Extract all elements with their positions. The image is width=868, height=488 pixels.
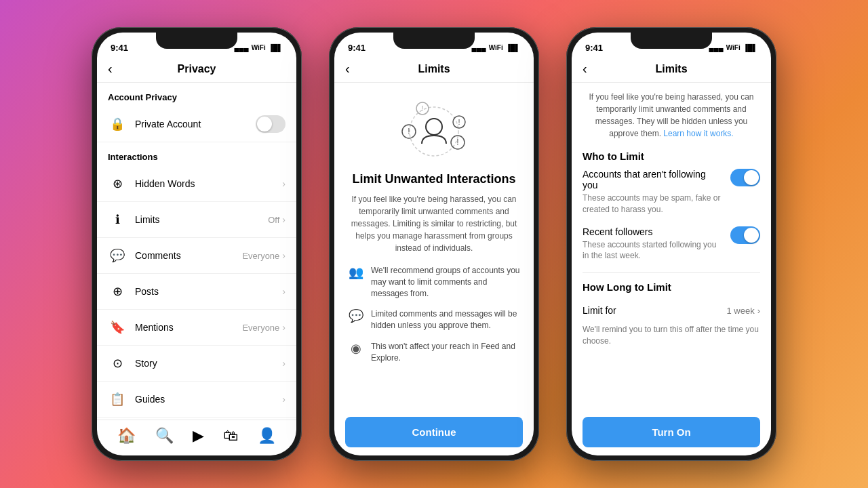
limit-for-value-text: 1 week — [726, 306, 754, 316]
limits-icon: ℹ — [108, 210, 127, 229]
back-button-1[interactable]: ‹ — [108, 61, 124, 77]
nav-title-1: Privacy — [124, 63, 269, 75]
wifi-icon: WiFi — [252, 44, 266, 52]
guides-item[interactable]: 📋 Guides › — [97, 382, 296, 418]
story-icon: ⊙ — [108, 354, 127, 373]
limits-features: 👥 We'll recommend groups of accounts you… — [348, 265, 520, 409]
comments-icon: 💬 — [108, 246, 127, 265]
feature-text-2: Limited comments and messages will be hi… — [371, 308, 520, 331]
signal-icon-3: ▄▄▄ — [709, 44, 723, 52]
who-to-limit-title: Who to Limit — [583, 150, 760, 162]
not-following-toggle[interactable] — [730, 169, 760, 186]
nav-bar-1: ‹ Privacy — [97, 57, 296, 83]
feature-icon-2: 💬 — [348, 308, 364, 323]
feature-icon-3: ◉ — [348, 341, 364, 356]
mentions-chevron: › — [282, 322, 285, 333]
back-button-2[interactable]: ‹ — [345, 61, 361, 77]
recent-followers-info: Recent followers These accounts started … — [583, 226, 724, 262]
comments-chevron: › — [282, 250, 285, 261]
not-following-label: Accounts that aren't following you — [583, 169, 724, 190]
limit-for-value[interactable]: 1 week › — [726, 306, 760, 316]
screen-content-3: If you feel like you're being harassed, … — [572, 83, 771, 455]
phone-3: 9:41 ▄▄▄ WiFi ▐█▌ ‹ Limits If you feel l… — [566, 27, 776, 461]
time-3: 9:41 — [585, 43, 603, 53]
search-tab-icon[interactable]: 🔍 — [155, 427, 174, 445]
limit-for-label: Limit for — [583, 305, 616, 316]
limits-illustration: ! ! ! ! — [390, 96, 478, 164]
limits-label: Limits — [135, 214, 268, 225]
screen-content-2: ! ! ! ! Limit Unwanted Interactions If y… — [334, 83, 534, 455]
limits-intro-content: ! ! ! ! Limit Unwanted Interactions If y… — [334, 83, 534, 409]
recent-followers-desc: These accounts started following you in … — [583, 239, 724, 262]
comments-label: Comments — [135, 250, 242, 261]
private-account-item[interactable]: 🔒 Private Account — [97, 106, 296, 142]
posts-item[interactable]: ⊕ Posts › — [97, 274, 296, 310]
limits-settings: If you feel like you're being harassed, … — [572, 83, 771, 409]
wifi-icon-2: WiFi — [489, 44, 503, 52]
feature-item-3: ◉ This won't affect your reach in Feed a… — [348, 341, 520, 364]
nav-bar-3: ‹ Limits — [572, 57, 771, 83]
limit-reminder: We'll remind you to turn this off after … — [583, 324, 760, 347]
privacy-list: Account Privacy 🔒 Private Account Intera… — [97, 83, 296, 420]
limits-chevron: › — [282, 214, 285, 225]
recent-followers-toggle[interactable] — [730, 226, 760, 244]
feature-text-1: We'll recommend groups of accounts you m… — [371, 265, 520, 299]
nav-bar-2: ‹ Limits — [334, 57, 534, 83]
signal-icon-2: ▄▄▄ — [471, 44, 486, 52]
guides-chevron: › — [282, 394, 285, 405]
battery-icon: ▐█▌ — [269, 44, 283, 52]
tab-bar-1: 🏠 🔍 ▶ 🛍 👤 — [97, 420, 296, 455]
limits-item[interactable]: ℹ Limits Off › — [97, 202, 296, 238]
hidden-words-chevron: › — [282, 178, 285, 189]
nav-title-2: Limits — [361, 63, 507, 75]
limit-for-row[interactable]: Limit for 1 week › — [583, 300, 760, 321]
illustration-svg: ! ! ! ! — [390, 96, 478, 164]
hidden-words-item[interactable]: ⊛ Hidden Words › — [97, 166, 296, 202]
limits-description: If you feel like you're being harassed, … — [348, 193, 520, 254]
svg-text:!: ! — [421, 104, 423, 113]
svg-text:!: ! — [456, 138, 458, 147]
not-following-info: Accounts that aren't following you These… — [583, 169, 724, 216]
story-item[interactable]: ⊙ Story › — [97, 346, 296, 382]
status-icons-2: ▄▄▄ WiFi ▐█▌ — [471, 44, 520, 52]
feature-icon-1: 👥 — [348, 265, 364, 280]
nav-title-3: Limits — [599, 63, 744, 75]
svg-point-0 — [410, 107, 458, 156]
reels-tab-icon[interactable]: ▶ — [193, 427, 204, 445]
lock-icon: 🔒 — [108, 115, 127, 134]
private-account-toggle[interactable] — [256, 115, 285, 133]
recent-followers-row: Recent followers These accounts started … — [583, 226, 760, 262]
mentions-value: Everyone — [242, 323, 279, 333]
phone-1: 9:41 ▄▄▄ WiFi ▐█▌ ‹ Privacy Account Priv… — [92, 27, 302, 461]
shop-tab-icon[interactable]: 🛍 — [223, 427, 238, 445]
feature-item-2: 💬 Limited comments and messages will be … — [348, 308, 520, 331]
posts-label: Posts — [135, 286, 282, 297]
notch-2 — [393, 33, 475, 49]
home-tab-icon[interactable]: 🏠 — [117, 427, 136, 445]
hidden-words-label: Hidden Words — [135, 178, 282, 189]
profile-tab-icon[interactable]: 👤 — [258, 427, 276, 445]
phone-2: 9:41 ▄▄▄ WiFi ▐█▌ ‹ Limits — [329, 27, 539, 461]
turn-on-button[interactable]: Turn On — [583, 417, 760, 447]
wifi-icon-3: WiFi — [726, 44, 741, 52]
limits-title: Limit Unwanted Interactions — [352, 172, 515, 186]
limit-for-chevron: › — [757, 306, 760, 316]
signal-icon: ▄▄▄ — [234, 44, 248, 52]
private-account-label: Private Account — [135, 119, 256, 129]
learn-link[interactable]: Learn how it works. — [663, 129, 733, 138]
mentions-icon: 🔖 — [108, 318, 127, 337]
posts-chevron: › — [282, 286, 285, 297]
time-2: 9:41 — [348, 43, 366, 53]
comments-item[interactable]: 💬 Comments Everyone › — [97, 238, 296, 274]
comments-value: Everyone — [242, 251, 279, 261]
mentions-item[interactable]: 🔖 Mentions Everyone › — [97, 310, 296, 346]
mentions-label: Mentions — [135, 322, 242, 333]
continue-button[interactable]: Continue — [345, 417, 523, 447]
interactions-header: Interactions — [97, 142, 296, 166]
how-long-title: How Long to Limit — [583, 281, 760, 293]
back-button-3[interactable]: ‹ — [583, 61, 599, 77]
time-1: 9:41 — [111, 43, 128, 53]
not-following-row: Accounts that aren't following you These… — [583, 169, 760, 216]
status-icons-3: ▄▄▄ WiFi ▐█▌ — [709, 44, 757, 52]
recent-followers-label: Recent followers — [583, 226, 724, 237]
